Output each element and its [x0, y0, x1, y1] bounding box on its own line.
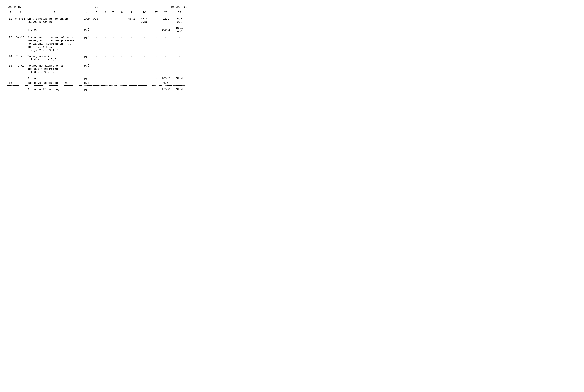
row-i6-col6: -: [101, 80, 109, 86]
subtotal-2-label: Итого:: [27, 76, 82, 80]
row-i2-col8: [117, 17, 127, 24]
total-c12: II5,8: [160, 87, 172, 92]
col-header-10: IO: [137, 10, 152, 15]
row-i2-col3: Шины заземления сечениемI60мм2 в зданиях: [27, 17, 82, 24]
col-header-5: 5: [92, 10, 101, 15]
row-i6-col7: -: [109, 80, 117, 86]
row-i2-col11: -: [152, 17, 160, 24]
row-i4-col9: -: [127, 54, 136, 62]
main-table: I 2 3 4 5 6 7 8 9 IO II I2 I3 I2 8-47I6: [7, 10, 187, 92]
row-i3-col3: Отклонение по основной зар- плате для ..…: [27, 35, 82, 53]
row-i4-col4: руб: [82, 54, 92, 62]
row-i5-col2: То же: [13, 64, 27, 74]
subtotal-1-c11: [152, 26, 160, 34]
row-i6-col3: Плановые накопления – 6%: [27, 80, 82, 86]
row-i4-col11: -: [152, 54, 160, 62]
subtotal-2-c11: -: [152, 76, 160, 80]
subtotal-2-c10: [137, 76, 152, 80]
row-i3-col2: Оч-28: [13, 35, 27, 53]
col-header-1: I: [7, 10, 13, 15]
subtotal-2-unit: руб: [82, 76, 92, 80]
row-i3-col7: -: [109, 35, 117, 53]
row-i5-col6: -: [101, 64, 109, 74]
row-i3-col13: -: [172, 35, 187, 53]
doc-number-right: 10 923 -02: [170, 6, 187, 9]
row-i3-col12: -: [160, 35, 172, 53]
subtotal-2-empty: [7, 76, 27, 80]
row-i4-col6: -: [101, 54, 109, 62]
subtotal-1-c7: [109, 26, 117, 34]
row-i4-col8: -: [117, 54, 127, 62]
row-i4-col13: -: [172, 54, 187, 62]
subtotal-1-empty: [7, 26, 27, 34]
doc-number-left: 902-2-I57: [7, 6, 23, 9]
col-header-9: 9: [127, 10, 136, 15]
row-i5-col13: -: [172, 64, 187, 74]
row-i6-col9: -: [127, 80, 136, 86]
subtotal-1-label: Итого:: [27, 26, 82, 34]
col-header-4: 4: [82, 10, 92, 15]
col-header-11: II: [152, 10, 160, 15]
total-unit: руб: [82, 87, 92, 92]
table-row: I2 8-47I6 Шины заземления сечениемI60мм2…: [7, 17, 187, 24]
row-i2-col2: 8-47I6: [13, 17, 27, 24]
column-headers: I 2 3 4 5 6 7 8 9 IO II I2 I3: [7, 10, 187, 15]
row-i3-col10: -: [137, 35, 152, 53]
row-i6-col8: -: [117, 80, 127, 86]
subtotal-1-c8: [117, 26, 127, 34]
row-i3-col4: руб: [82, 35, 92, 53]
row-i2-col4: I00м: [82, 17, 92, 24]
row-i2-col7: [109, 17, 117, 24]
row-i2-col5: 0,34: [92, 17, 101, 24]
row-i4-col5: -: [92, 54, 101, 62]
table-row: I4 То же То же, по п.7 I,4 х ... х I,7 р…: [7, 54, 187, 62]
row-i5-col1: I5: [7, 64, 13, 74]
total-c9: [127, 87, 136, 92]
row-i6-col10: -: [137, 80, 152, 86]
row-i6-col4: руб: [82, 80, 92, 86]
subtotal-1-unit: руб: [82, 26, 92, 34]
row-i3-col8: -: [117, 35, 127, 53]
subtotal-2-c13: 32,4: [172, 76, 187, 80]
row-i6-col12: 6,6: [160, 80, 172, 86]
row-i2-col13: 5,4 0,I: [172, 17, 187, 24]
row-i5-col3: То же, по зарплате на эксплуатацию машин…: [27, 64, 82, 74]
col-header-12: I2: [160, 10, 172, 15]
subtotal-1-c5: [92, 26, 101, 34]
total-empty: [7, 87, 27, 92]
row-i6-col11: -: [152, 80, 160, 86]
total-c6: [101, 87, 109, 92]
row-i2-col9: 65,2: [127, 17, 136, 24]
total-label: Итого по II разделу: [27, 87, 82, 92]
row-i4-col12: -: [160, 54, 172, 62]
row-i3-col11: -: [152, 35, 160, 53]
row-i2-col12: 22,2: [160, 17, 172, 24]
row-i3-col6: -: [101, 35, 109, 53]
row-i5-col4: руб: [82, 64, 92, 74]
row-i6-col13: -: [172, 80, 187, 86]
row-i2-col6: [101, 17, 109, 24]
row-i4-col10: -: [137, 54, 152, 62]
row-i4-col2: То же: [13, 54, 27, 62]
total-c8: [117, 87, 127, 92]
col-header-8: 8: [117, 10, 127, 15]
subtotal-row-1: Итого: руб I09,2 28,I 4,3: [7, 26, 187, 34]
row-i4-col7: -: [109, 54, 117, 62]
row-i4-col1: I4: [7, 54, 13, 62]
total-c11: [152, 87, 160, 92]
subtotal-1-c6: [101, 26, 109, 34]
row-i6-col1: I6: [7, 80, 13, 86]
subtotal-2-c12: I09,2: [160, 76, 172, 80]
subtotal-2-c6: [101, 76, 109, 80]
row-i5-col11: -: [152, 64, 160, 74]
col-header-13: I3: [172, 10, 187, 15]
subtotal-2-c9: [127, 76, 136, 80]
table-row: I6 Плановые накопления – 6% руб - - - - …: [7, 80, 187, 86]
row-i4-col3: То же, по п.7 I,4 х ... х I,7: [27, 54, 82, 62]
subtotal-2-c7: [109, 76, 117, 80]
subtotal-2-c5: [92, 76, 101, 80]
row-i6-col2: [13, 80, 27, 86]
col-header-3: 3: [27, 10, 82, 15]
subtotal-1-c10: [137, 26, 152, 34]
total-c13: 32,4: [172, 87, 187, 92]
